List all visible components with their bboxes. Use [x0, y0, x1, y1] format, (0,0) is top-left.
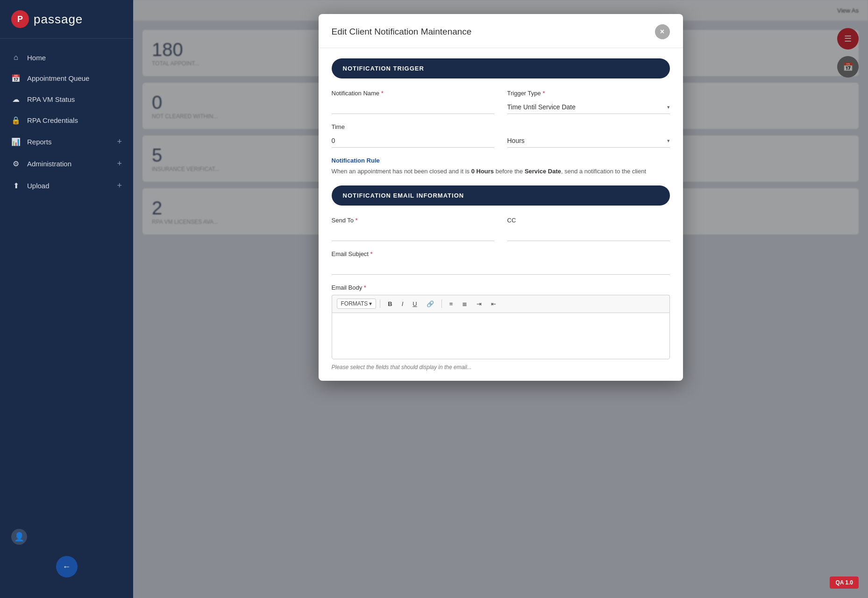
formats-button[interactable]: FORMATS ▾: [337, 299, 377, 309]
time-unit-label: [507, 123, 670, 130]
time-unit-select[interactable]: Hours Days Weeks: [507, 134, 667, 147]
link-button[interactable]: 🔗: [423, 299, 438, 309]
modal-overlay: Edit Client Notification Maintenance × N…: [133, 0, 868, 598]
notification-name-group: Notification Name *: [332, 90, 494, 114]
send-to-input[interactable]: [332, 228, 494, 241]
time-input[interactable]: [332, 134, 494, 148]
form-row-4: Email Subject *: [332, 250, 670, 275]
administration-plus-icon[interactable]: +: [117, 159, 122, 169]
reports-plus-icon[interactable]: +: [117, 137, 122, 147]
notification-trigger-bar: NOTIFICATION TRIGGER: [332, 58, 670, 78]
form-row-3: Send To * CC: [332, 217, 670, 241]
form-row-1: Notification Name * Trigger Type * Time …: [332, 90, 670, 114]
qa-badge: QA 1.0: [830, 577, 859, 589]
administration-icon: ⚙: [11, 159, 21, 168]
indent-button[interactable]: ⇥: [473, 299, 485, 309]
email-body-label: Email Body *: [332, 284, 670, 291]
logo-text: passage: [34, 12, 83, 27]
notification-rule-label: Notification Rule: [332, 157, 670, 164]
rpa-vm-status-label: RPA VM Status: [27, 95, 122, 103]
email-subject-label: Email Subject *: [332, 250, 670, 257]
sidebar-logo: P passage: [0, 0, 133, 39]
modal-close-button[interactable]: ×: [655, 24, 670, 39]
sidebar: P passage ⌂ Home 📅 Appointment Queue ☁ R…: [0, 0, 133, 598]
underline-button[interactable]: U: [409, 299, 420, 309]
sidebar-item-upload[interactable]: ⬆ Upload +: [0, 175, 133, 197]
email-section: NOTIFICATION EMAIL INFORMATION Send To *…: [332, 185, 670, 370]
form-row-2: Time Hours Days Weeks ▾: [332, 123, 670, 148]
rpa-vm-status-icon: ☁: [11, 95, 21, 104]
notification-name-input[interactable]: [332, 100, 494, 114]
modal-header: Edit Client Notification Maintenance ×: [319, 14, 683, 48]
time-label: Time: [332, 123, 494, 130]
sidebar-item-rpa-vm-status[interactable]: ☁ RPA VM Status: [0, 89, 133, 110]
trigger-type-arrow-icon: ▾: [667, 104, 670, 110]
email-body-group: Email Body * FORMATS ▾ B I U 🔗: [332, 284, 670, 359]
cc-input[interactable]: [507, 228, 670, 241]
upload-label: Upload: [27, 182, 110, 190]
ordered-list-button[interactable]: ≣: [458, 299, 471, 309]
rpa-credentials-label: RPA Credentials: [27, 116, 122, 124]
upload-plus-icon[interactable]: +: [117, 181, 122, 191]
user-avatar[interactable]: 👤: [11, 529, 27, 545]
email-subject-input[interactable]: [332, 261, 670, 275]
toolbar-separator-2: [441, 299, 442, 308]
send-to-group: Send To *: [332, 217, 494, 241]
sidebar-nav: ⌂ Home 📅 Appointment Queue ☁ RPA VM Stat…: [0, 39, 133, 522]
modal: Edit Client Notification Maintenance × N…: [319, 14, 683, 381]
rpa-credentials-icon: 🔒: [11, 116, 21, 125]
back-button[interactable]: ←: [56, 556, 78, 577]
time-unit-arrow-icon: ▾: [667, 138, 670, 144]
editor-toolbar: FORMATS ▾ B I U 🔗 ≡ ≣ ⇥ ⇤: [332, 295, 670, 313]
sidebar-item-administration[interactable]: ⚙ Administration +: [0, 153, 133, 175]
send-to-label: Send To *: [332, 217, 494, 224]
email-subject-group: Email Subject *: [332, 250, 670, 275]
home-label: Home: [27, 54, 122, 62]
notification-rule-section: Notification Rule When an appointment ha…: [332, 157, 670, 176]
modal-body: NOTIFICATION TRIGGER Notification Name *…: [319, 48, 683, 381]
trigger-type-select-wrap: Time Until Service Date After Service Da…: [507, 100, 670, 114]
time-unit-select-wrap: Hours Days Weeks ▾: [507, 134, 670, 148]
sidebar-item-rpa-credentials[interactable]: 🔒 RPA Credentials: [0, 110, 133, 131]
sidebar-item-appointment-queue[interactable]: 📅 Appointment Queue: [0, 68, 133, 89]
modal-title: Edit Client Notification Maintenance: [332, 27, 472, 37]
unordered-list-button[interactable]: ≡: [446, 299, 457, 309]
upload-icon: ⬆: [11, 181, 21, 190]
time-unit-group: Hours Days Weeks ▾: [507, 123, 670, 148]
logo-icon: P: [11, 10, 29, 28]
bold-button[interactable]: B: [384, 299, 396, 309]
reports-label: Reports: [27, 138, 110, 146]
notification-name-label: Notification Name *: [332, 90, 494, 97]
trigger-type-label: Trigger Type *: [507, 90, 670, 97]
editor-hint: Please select the fields that should dis…: [332, 364, 670, 370]
home-icon: ⌂: [11, 53, 21, 62]
administration-label: Administration: [27, 160, 110, 168]
main-area: View As 180TOTAL APPOINT... 0NOT CLEARED…: [133, 0, 868, 598]
cc-group: CC: [507, 217, 670, 241]
formats-arrow-icon: ▾: [369, 300, 372, 307]
italic-button[interactable]: I: [398, 299, 407, 309]
cc-label: CC: [507, 217, 670, 224]
trigger-type-select[interactable]: Time Until Service Date After Service Da…: [507, 100, 667, 114]
sidebar-item-reports[interactable]: 📊 Reports +: [0, 131, 133, 153]
time-group: Time: [332, 123, 494, 148]
trigger-type-group: Trigger Type * Time Until Service Date A…: [507, 90, 670, 114]
reports-icon: 📊: [11, 137, 21, 146]
outdent-button[interactable]: ⇤: [487, 299, 500, 309]
appointment-queue-label: Appointment Queue: [27, 74, 122, 82]
notification-rule-text: When an appointment has not been closed …: [332, 167, 670, 176]
sidebar-item-home[interactable]: ⌂ Home: [0, 47, 133, 68]
toolbar-separator-1: [380, 299, 380, 308]
email-body-editor[interactable]: [332, 313, 670, 359]
notification-email-bar: NOTIFICATION EMAIL INFORMATION: [332, 185, 670, 206]
appointment-queue-icon: 📅: [11, 74, 21, 83]
